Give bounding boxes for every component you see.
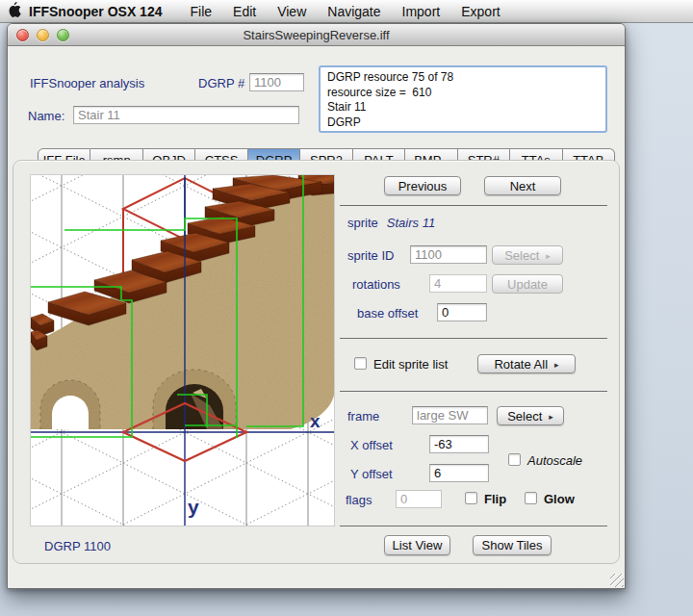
menu-arrow-icon: ▸	[546, 251, 551, 261]
apple-menu[interactable]	[0, 2, 29, 20]
frame-select-button[interactable]: Select▸	[497, 406, 564, 425]
flip-checkbox[interactable]	[465, 492, 477, 504]
zoom-button[interactable]	[57, 29, 69, 41]
close-button[interactable]	[16, 29, 29, 41]
flip-label: Flip	[484, 492, 506, 506]
divider	[340, 205, 607, 206]
autoscale-label: Autoscale	[527, 453, 582, 468]
menu-item-view[interactable]: View	[267, 4, 317, 19]
analysis-label: IFFSnooper analysis	[30, 76, 144, 90]
info-line: DGRP	[327, 116, 599, 131]
info-line: resource size = 610	[327, 86, 599, 101]
rotate-all-button[interactable]: Rotate All▸	[477, 354, 576, 373]
info-line: DGRP resource 75 of 78	[327, 70, 599, 86]
minimize-button[interactable]	[37, 29, 49, 41]
x-axis-label: x	[310, 411, 321, 431]
menu-bar: IFFSnooper OSX 124 File Edit View Naviga…	[0, 0, 693, 23]
resize-grip[interactable]	[610, 574, 624, 587]
divider	[340, 391, 607, 392]
frame-field[interactable]: large SW	[412, 406, 488, 424]
rotations-field[interactable]: 4	[429, 274, 487, 293]
x-offset-label: X offset	[350, 438, 393, 452]
dgrp-caption: DGRP 1100	[44, 539, 111, 553]
sprite-id-field[interactable]: 1100	[410, 245, 487, 264]
show-tiles-button[interactable]: Show Tiles	[473, 535, 552, 555]
flags-label: flags	[346, 493, 372, 507]
autoscale-checkbox[interactable]	[508, 453, 521, 466]
x-offset-field[interactable]: -63	[429, 435, 489, 453]
title-bar[interactable]: StairsSweepingReverse.iff	[8, 24, 625, 46]
update-button[interactable]: Update	[492, 274, 563, 294]
glow-checkbox[interactable]	[525, 492, 537, 504]
menu-arrow-icon: ▸	[554, 360, 559, 370]
apple-icon	[9, 2, 21, 20]
info-line: Stair 11	[327, 100, 599, 116]
dgrp-number-field[interactable]: 1100	[249, 73, 304, 91]
sprite-id-label: sprite ID	[347, 248, 394, 263]
sprite-name: Stairs 11	[387, 216, 435, 230]
dgrp-number-label: DGRP #	[198, 76, 244, 90]
sprite-caption: spriteStairs 11	[347, 216, 435, 230]
flags-field[interactable]: 0	[396, 490, 442, 508]
window-title: StairsSweepingReverse.iff	[8, 28, 625, 42]
sprite-id-select-button[interactable]: Select▸	[492, 245, 563, 265]
y-axis-label: y	[188, 496, 199, 518]
glow-label: Glow	[544, 492, 575, 506]
menu-app-name[interactable]: IFFSnooper OSX 124	[29, 4, 162, 19]
desktop: IFFSnooper OSX 124 File Edit View Naviga…	[0, 0, 693, 616]
next-button[interactable]: Next	[484, 176, 561, 195]
edit-sprite-list-checkbox[interactable]	[354, 357, 367, 370]
menu-item-navigate[interactable]: Navigate	[317, 4, 391, 19]
base-offset-label: base offset	[357, 306, 418, 321]
y-offset-field[interactable]: 6	[429, 464, 489, 482]
divider	[340, 526, 607, 526]
previous-button[interactable]: Previous	[384, 176, 461, 195]
edit-sprite-list-label: Edit sprite list	[373, 357, 448, 372]
menu-item-export[interactable]: Export	[450, 4, 510, 19]
menu-item-file[interactable]: File	[179, 4, 222, 19]
frame-label: frame	[347, 409, 379, 424]
y-offset-label: Y offset	[350, 467, 393, 481]
menu-item-import[interactable]: Import	[392, 4, 451, 19]
resource-info-box: DGRP resource 75 of 78resource size = 61…	[319, 65, 607, 133]
menu-item-edit[interactable]: Edit	[222, 4, 267, 19]
rotations-label: rotations	[352, 277, 400, 292]
base-offset-field[interactable]: 0	[437, 303, 487, 321]
name-label: Name:	[28, 109, 64, 123]
stairs-preview-image: x y	[30, 174, 335, 526]
divider	[340, 338, 607, 339]
name-field[interactable]: Stair 11	[73, 106, 299, 124]
list-view-button[interactable]: List View	[384, 535, 450, 555]
menu-arrow-icon: ▸	[549, 412, 553, 422]
app-window: StairsSweepingReverse.iff IFFSnooper ana…	[7, 23, 626, 589]
